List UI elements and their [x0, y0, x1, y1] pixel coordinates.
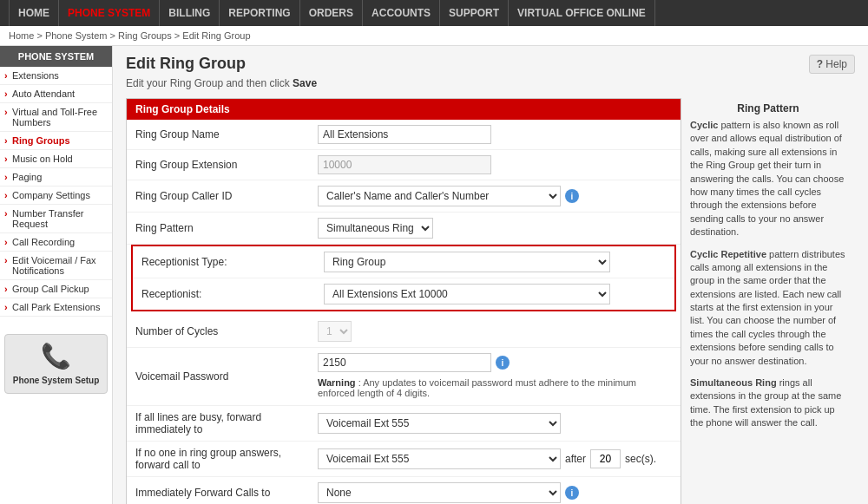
receptionist-type-control: Ring Group Auto Attendant [324, 252, 666, 272]
nav-reporting[interactable]: REPORTING [220, 0, 299, 26]
ring-group-extension-input[interactable] [318, 155, 491, 174]
ring-pattern-label: Ring Pattern [135, 222, 318, 234]
voicemail-password-control: i Warning : Any updates to voicemail pas… [318, 353, 672, 400]
no-answer-forward-select[interactable]: Voicemail Ext 555 None [318, 448, 561, 469]
nav-support[interactable]: SUPPORT [440, 0, 509, 26]
ring-group-callerid-row: Ring Group Caller ID Caller's Name and C… [127, 180, 681, 213]
receptionist-type-select[interactable]: Ring Group Auto Attendant [324, 252, 610, 272]
sidebar-item-auto-attendant[interactable]: Auto Attendant [0, 85, 112, 103]
ring-group-extension-row: Ring Group Extension [127, 150, 681, 180]
sidebar-item-call-park[interactable]: Call Park Extensions [0, 298, 112, 317]
receptionist-section: Receptionist Type: Ring Group Auto Atten… [131, 245, 676, 311]
sidebar-item-call-recording[interactable]: Call Recording [0, 233, 112, 252]
breadcrumb-ring-groups[interactable]: Ring Groups [118, 30, 172, 41]
phone-setup-icon: 📞 [12, 342, 100, 370]
number-of-cycles-select[interactable]: 1 [318, 321, 352, 342]
ring-group-name-input[interactable] [318, 125, 491, 144]
busy-forward-row: If all lines are busy, forward immediate… [127, 406, 681, 442]
sidebar-item-company-settings[interactable]: Company Settings [0, 187, 112, 205]
breadcrumb: Home > Phone System > Ring Groups > Edit… [0, 26, 868, 46]
voicemail-password-input[interactable] [318, 353, 491, 372]
no-answer-forward-control: Voicemail Ext 555 None after sec(s). [318, 448, 672, 469]
page-title: Edit Ring Group [126, 55, 855, 73]
breadcrumb-current: Edit Ring Group [182, 30, 250, 41]
ring-pattern-control: Simultaneous Ring Cyclic Cyclic Repetiti… [318, 218, 672, 239]
ring-group-callerid-label: Ring Group Caller ID [135, 190, 318, 202]
after-label: after [565, 453, 586, 465]
sidebar-item-ring-groups[interactable]: Ring Groups [0, 132, 112, 150]
voicemail-info-icon[interactable]: i [496, 356, 510, 370]
ring-pattern-row: Ring Pattern Simultaneous Ring Cyclic Cy… [127, 213, 681, 245]
ring-group-name-label: Ring Group Name [135, 128, 318, 141]
immediately-forward-label: Immediately Forward Calls to [135, 487, 318, 499]
sidebar-setup[interactable]: 📞 Phone System Setup [4, 334, 108, 394]
right-panel-title: Ring Pattern [690, 102, 846, 115]
sidebar-item-group-call-pickup[interactable]: Group Call Pickup [0, 280, 112, 298]
voicemail-password-row: Voicemail Password i Warning : Any updat… [127, 348, 681, 406]
cyclic-repetitive-section: Cyclic Repetitive pattern distributes ca… [690, 248, 846, 369]
nav-virtual-office[interactable]: VIRTUAL OFFICE ONLINE [509, 0, 655, 26]
busy-forward-select[interactable]: Voicemail Ext 555 None [318, 413, 561, 434]
nav-accounts[interactable]: ACCOUNTS [363, 0, 440, 26]
immediately-forward-row: Immediately Forward Calls to None Voicem… [127, 477, 681, 504]
ring-group-details-section: Ring Group Details Ring Group Name Ring … [126, 98, 681, 504]
page-subtitle: Edit your Ring Group and then click Save [126, 77, 855, 89]
ring-group-callerid-control: Caller's Name and Caller's Number Ring G… [318, 186, 672, 206]
receptionist-row: Receptionist: All Extensions Ext 10000 [133, 278, 674, 310]
after-seconds-input[interactable] [590, 449, 621, 468]
ring-group-name-row: Ring Group Name [127, 120, 681, 150]
section-header: Ring Group Details [127, 99, 681, 120]
busy-forward-label: If all lines are busy, forward immediate… [135, 411, 318, 435]
no-answer-forward-row: If no one in ring group answers, forward… [127, 442, 681, 477]
receptionist-control: All Extensions Ext 10000 [324, 284, 666, 304]
number-of-cycles-label: Number of Cycles [135, 325, 318, 337]
sidebar-item-edit-voicemail[interactable]: Edit Voicemail / Fax Notifications [0, 252, 112, 280]
ring-group-callerid-select[interactable]: Caller's Name and Caller's Number Ring G… [318, 186, 561, 206]
simultaneous-text: Simultaneous Ring rings all extensions i… [690, 376, 846, 430]
ring-group-extension-control [318, 155, 672, 174]
receptionist-type-row: Receptionist Type: Ring Group Auto Atten… [133, 246, 674, 278]
breadcrumb-phone-system[interactable]: Phone System [45, 30, 108, 41]
no-answer-forward-after-sec: Voicemail Ext 555 None after sec(s). [318, 448, 656, 469]
sidebar: PHONE SYSTEM Extensions Auto Attendant V… [0, 46, 113, 504]
sec-label: sec(s). [625, 453, 656, 465]
receptionist-select[interactable]: All Extensions Ext 10000 [324, 284, 610, 304]
ring-pattern-select[interactable]: Simultaneous Ring Cyclic Cyclic Repetiti… [318, 218, 433, 239]
voicemail-warning-text: Warning : Any updates to voicemail passw… [318, 376, 672, 400]
ring-group-extension-label: Ring Group Extension [135, 159, 318, 171]
busy-forward-control: Voicemail Ext 555 None [318, 413, 672, 434]
cyclic-text: Cyclic pattern is also known as roll ove… [690, 119, 846, 239]
nav-orders[interactable]: ORDERS [300, 0, 363, 26]
number-of-cycles-control: 1 [318, 321, 672, 342]
immediately-forward-info-icon[interactable]: i [565, 486, 579, 500]
receptionist-type-label: Receptionist Type: [141, 256, 324, 268]
receptionist-label: Receptionist: [141, 288, 324, 300]
no-answer-forward-label: If no one in ring group answers, forward… [135, 447, 318, 471]
number-of-cycles-row: Number of Cycles 1 [127, 316, 681, 348]
sidebar-title: PHONE SYSTEM [0, 46, 112, 67]
cyclic-section: Cyclic pattern is also known as roll ove… [690, 119, 846, 239]
main-layout: PHONE SYSTEM Extensions Auto Attendant V… [0, 46, 868, 504]
voicemail-password-label: Voicemail Password [135, 370, 318, 383]
sidebar-item-music-on-hold[interactable]: Music on Hold [0, 150, 112, 168]
immediately-forward-control: None Voicemail Ext 555 i [318, 482, 672, 503]
sidebar-item-extensions[interactable]: Extensions [0, 67, 112, 85]
nav-home[interactable]: HOME [9, 0, 59, 26]
nav-billing[interactable]: BILLING [160, 0, 220, 26]
form-content: Ring Group Details Ring Group Name Ring … [126, 98, 681, 504]
outer-layout: Ring Group Details Ring Group Name Ring … [126, 98, 855, 504]
nav-phone-system[interactable]: PHONE SYSTEM [59, 0, 160, 26]
top-navigation: HOME PHONE SYSTEM BILLING REPORTING ORDE… [0, 0, 868, 26]
sidebar-item-paging[interactable]: Paging [0, 168, 112, 187]
right-panel: Ring Pattern Cyclic pattern is also know… [681, 98, 855, 504]
sidebar-setup-label: Phone System Setup [13, 376, 99, 385]
content-area: Help Edit Ring Group Edit your Ring Grou… [113, 46, 868, 504]
immediately-forward-select[interactable]: None Voicemail Ext 555 [318, 482, 561, 503]
help-link[interactable]: Help [809, 55, 855, 74]
ring-group-name-control [318, 125, 672, 144]
sidebar-item-number-transfer[interactable]: Number Transfer Request [0, 205, 112, 233]
sidebar-item-virtual-numbers[interactable]: Virtual and Toll-Free Numbers [0, 103, 112, 132]
breadcrumb-home[interactable]: Home [9, 30, 34, 41]
callerid-info-icon[interactable]: i [565, 189, 579, 203]
simultaneous-section: Simultaneous Ring rings all extensions i… [690, 376, 846, 430]
